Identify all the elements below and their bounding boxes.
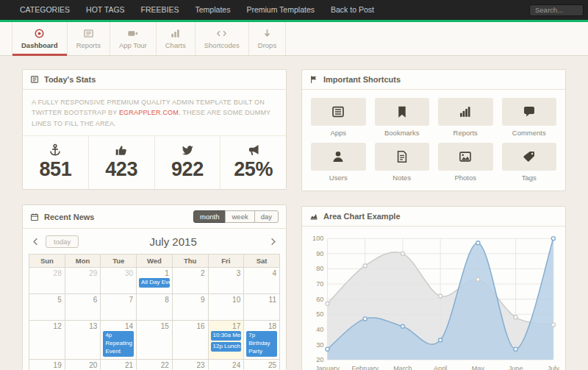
calendar-day-22[interactable]: 22: [137, 359, 173, 370]
tab-dashboard[interactable]: Dashboard: [12, 22, 68, 55]
view-day-button[interactable]: day: [254, 210, 279, 223]
calendar-day-29[interactable]: 29: [65, 268, 101, 294]
tab-reports[interactable]: Reports: [68, 22, 110, 55]
shortcut-apps[interactable]: Apps: [311, 98, 366, 137]
calendar-day-13[interactable]: 13: [65, 321, 101, 359]
calendar-day-3[interactable]: 3: [208, 268, 244, 294]
calendar-event[interactable]: 12p Lunch: [211, 342, 242, 352]
shortcut-comments[interactable]: Comments: [502, 98, 557, 137]
calendar-day-28[interactable]: 28: [29, 268, 65, 294]
calendar-day-5[interactable]: 5: [29, 294, 65, 321]
tab-label: App Tour: [119, 41, 147, 49]
nav-item-back-to-post[interactable]: Back to Post: [323, 0, 382, 20]
stat-thumbs-up: 423: [88, 136, 154, 189]
tab-charts[interactable]: Charts: [157, 22, 196, 55]
calendar-day-2[interactable]: 2: [172, 268, 208, 294]
calendar-month-title: July 2015: [83, 235, 263, 248]
calendar-day-9[interactable]: 9: [172, 294, 208, 321]
egrappler-link[interactable]: EGRAPPLER.COM.: [119, 109, 181, 116]
day-number: 6: [66, 295, 100, 305]
calendar-day-14[interactable]: 144p Repeating Event: [101, 321, 137, 359]
nav-item-hot-tags[interactable]: HOT TAGS: [78, 0, 133, 20]
day-number: 16: [173, 321, 207, 331]
day-number: 30: [101, 268, 135, 278]
calendar-day-1[interactable]: 1All Day Event: [137, 268, 173, 294]
area-chart-svg: 2030405060708090100JanuaryFebruaryMarchA…: [308, 231, 559, 370]
drops-icon: [262, 28, 273, 39]
day-number: 7: [101, 295, 135, 305]
view-week-button[interactable]: week: [225, 210, 254, 223]
shortcut-tags[interactable]: Tags: [502, 143, 557, 182]
calendar-day-11[interactable]: 11: [244, 294, 280, 321]
shortcut-bookmarks[interactable]: Bookmarks: [375, 98, 430, 137]
svg-text:100: 100: [312, 235, 323, 242]
svg-text:June: June: [509, 365, 523, 370]
nav-item-templates[interactable]: Templates: [187, 0, 239, 20]
nav-item-premium-templates[interactable]: Premium Templates: [238, 0, 323, 20]
area-chart-panel: Area Chart Example 2030405060708090100Ja…: [301, 206, 566, 370]
svg-text:January: January: [315, 365, 340, 370]
calendar-day-18[interactable]: 187p Birthday Party: [244, 321, 280, 359]
shortcut-tile: [502, 143, 557, 171]
day-number: 17: [209, 321, 243, 331]
day-number: 25: [245, 360, 279, 370]
tab-label: Shortcodes: [204, 41, 240, 49]
calendar-event[interactable]: 10:30a Meetin: [211, 331, 242, 341]
shortcut-notes[interactable]: Notes: [375, 143, 430, 182]
day-number: 18: [245, 321, 279, 331]
tab-drops[interactable]: Drops: [249, 22, 286, 55]
calendar-day-25[interactable]: 25: [244, 359, 280, 370]
calendar-day-4[interactable]: 4: [244, 268, 280, 294]
shortcut-reports[interactable]: Reports: [438, 98, 493, 137]
calendar-event[interactable]: 7p Birthday Party: [246, 331, 277, 356]
calendar-day-8[interactable]: 8: [137, 294, 173, 321]
svg-text:20: 20: [316, 356, 323, 363]
tab-app-tour[interactable]: App Tour: [110, 22, 157, 55]
calendar-day-17[interactable]: 1710:30a Meetin12p Lunch: [208, 321, 244, 359]
calendar-day-19[interactable]: 19: [29, 359, 65, 370]
day-number: 22: [137, 360, 171, 370]
shortcut-tile: [438, 98, 493, 126]
calendar-event[interactable]: All Day Event: [139, 278, 170, 288]
tab-shortcodes[interactable]: Shortcodes: [196, 22, 249, 55]
today-button[interactable]: today: [46, 235, 79, 248]
calendar-day-16[interactable]: 16: [172, 321, 208, 359]
chevron-left-icon[interactable]: [30, 236, 41, 247]
calendar-day-20[interactable]: 20: [65, 359, 101, 370]
calendar-day-12[interactable]: 12: [29, 321, 65, 359]
day-number: 1: [137, 268, 171, 278]
shortcodes-icon: [216, 28, 227, 39]
tab-label: Dashboard: [21, 41, 58, 49]
stat-value: 922: [155, 158, 220, 181]
calendar-event[interactable]: 4p Repeating Event: [103, 331, 134, 356]
day-number: 19: [30, 360, 64, 370]
calendar-day-30[interactable]: 30: [101, 268, 137, 294]
apps-icon: [331, 105, 345, 118]
day-number: 21: [101, 360, 135, 370]
calendar-day-10[interactable]: 10: [208, 294, 244, 321]
left-column: Today's Stats A FULLY RESPONSIVE PREMIUM…: [22, 69, 287, 370]
calendar-day-7[interactable]: 7: [101, 294, 137, 321]
shortcut-users[interactable]: Users: [311, 143, 366, 182]
charts-icon: [170, 28, 181, 39]
day-number: 14: [101, 321, 135, 331]
calendar-day-15[interactable]: 15: [137, 321, 173, 359]
calendar-day-21[interactable]: 21: [101, 359, 137, 370]
weekday-sat: Sat: [244, 255, 280, 268]
panel-header: Area Chart Example: [302, 207, 565, 227]
comments-icon: [523, 105, 536, 118]
calendar-day-6[interactable]: 6: [65, 294, 101, 321]
calendar-day-23[interactable]: 23: [172, 359, 208, 370]
nav-item-categories[interactable]: CATEGORIES: [12, 0, 78, 20]
calendar-day-24[interactable]: 24: [208, 359, 244, 370]
day-number: 8: [137, 295, 171, 305]
anchor-icon: [49, 143, 62, 157]
weekday-tue: Tue: [101, 255, 137, 268]
shortcut-photos[interactable]: Photos: [438, 143, 493, 182]
main-content: Today's Stats A FULLY RESPONSIVE PREMIUM…: [0, 56, 588, 370]
panel-title: Area Chart Example: [323, 212, 401, 221]
chevron-right-icon[interactable]: [268, 236, 279, 247]
search-input[interactable]: [529, 4, 584, 16]
nav-item-freebies[interactable]: FREEBIES: [133, 0, 187, 20]
view-month-button[interactable]: month: [193, 210, 226, 223]
